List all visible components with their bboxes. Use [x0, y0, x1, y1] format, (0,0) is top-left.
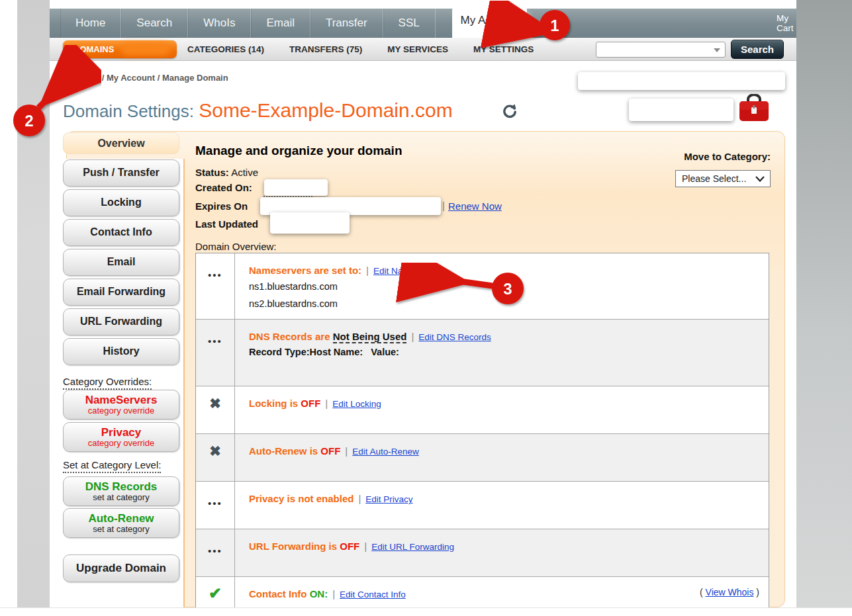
category-title: DNS Records: [85, 481, 158, 493]
category-overrides-label: Category Overrides:: [63, 376, 152, 387]
domains-label: DOMAINS: [73, 44, 114, 54]
row-content: URL Forwarding is OFF|Edit URL Forwardin…: [235, 529, 769, 576]
chevron-down-icon[interactable]: [714, 48, 720, 52]
edit-link-url-forwarding[interactable]: Edit URL Forwarding: [371, 542, 454, 552]
refresh-icon[interactable]: [501, 103, 518, 123]
subnav-items: CATEGORIES (14)TRANSFERS (75)MY SERVICES…: [187, 38, 534, 61]
tab-home[interactable]: Home: [60, 9, 121, 38]
row-title-segment: Contact Info: [249, 588, 310, 599]
separator: |: [328, 588, 340, 599]
view-whois-link[interactable]: View Whois: [706, 587, 754, 597]
dashed-underline: [263, 196, 312, 197]
edit-link-nameservers[interactable]: Edit NameServers: [373, 266, 446, 276]
sidebar-item-auto-renew-category[interactable]: Auto-Renewset at category: [63, 508, 179, 538]
row-title-segment: Privacy is not enabled: [249, 493, 354, 504]
tab-my-account[interactable]: My Account: [452, 5, 527, 38]
dots-icon: •••: [196, 320, 234, 347]
row-title: URL Forwarding is OFF|Edit URL Forwardin…: [249, 541, 769, 552]
sidebar-item-contact-info[interactable]: Contact Info: [63, 219, 179, 246]
overview-row-contact-info: ✔Contact Info ON:|Edit Contact Info( Vie…: [196, 576, 769, 612]
edit-link-privacy[interactable]: Edit Privacy: [365, 494, 412, 504]
row-title-segment: Locking is: [249, 398, 301, 409]
edit-link-locking[interactable]: Edit Locking: [332, 399, 381, 409]
sidebar-item-nameservers-override[interactable]: NameServerscategory override: [63, 390, 179, 419]
cross-icon: ✖: [196, 386, 234, 412]
sidebar-item-locking[interactable]: Locking: [63, 189, 179, 216]
redaction-blur: [501, 13, 529, 30]
view-whois: ( View Whois ): [700, 587, 759, 597]
tab-email[interactable]: Email: [251, 9, 310, 38]
row-content: Locking is OFF|Edit Locking: [235, 386, 769, 433]
edit-link-dns-records[interactable]: Edit DNS Records: [418, 332, 491, 342]
row-title-segment: URL Forwarding is: [249, 541, 340, 552]
window-bottom-margin: [0, 607, 852, 616]
tab-whois[interactable]: WhoIs: [188, 9, 251, 38]
domain-search-combo[interactable]: [596, 42, 726, 58]
page-title: Domain Settings: Some-Example-Domain.com: [63, 99, 453, 122]
sidebar-item-privacy-override[interactable]: Privacycategory override: [63, 422, 179, 452]
expires-on-label: Expires On: [195, 200, 248, 212]
status-row: Status: Active: [195, 167, 258, 178]
status-label: Status:: [195, 167, 229, 178]
window-right-margin: [796, 0, 852, 607]
subnav-item-my-settings[interactable]: MY SETTINGS: [473, 44, 534, 54]
tab-search[interactable]: Search: [121, 9, 188, 38]
subnav-item-my-services[interactable]: MY SERVICES: [387, 44, 448, 54]
overview-row-auto-renew: ✖Auto-Renew is OFF|Edit Auto-Renew: [196, 433, 769, 481]
category-select-value: Please Select...: [682, 173, 746, 184]
override-subtitle: category override: [88, 439, 154, 448]
redaction-box: [270, 212, 350, 234]
top-nav: HomeSearchWhoIsEmailTransferSSL My Cart: [50, 9, 796, 38]
row-title-segment: OFF: [301, 398, 320, 409]
renew-now-link[interactable]: Renew Now: [448, 200, 502, 212]
separator: |: [354, 493, 365, 504]
row-icon-cell: •••: [196, 320, 235, 386]
override-title: NameServers: [85, 394, 158, 406]
my-cart-label: My Cart: [777, 13, 798, 33]
sidebar-item-email-forwarding[interactable]: Email Forwarding: [63, 279, 179, 306]
row-title-segment: Auto-Renew is: [249, 445, 320, 457]
separator: |: [340, 445, 352, 457]
toolbox-icon[interactable]: [737, 94, 771, 126]
tab-transfer[interactable]: Transfer: [310, 9, 383, 38]
row-title-segment: OFF: [340, 541, 359, 552]
search-input[interactable]: [599, 43, 710, 56]
sidebar-item-push-transfer[interactable]: Push / Transfer: [63, 159, 179, 187]
row-icon-cell: ✖: [196, 434, 235, 481]
row-title-segment: Not Being Used: [333, 331, 407, 343]
search-button[interactable]: Search: [731, 40, 784, 59]
tab-ssl[interactable]: SSL: [383, 9, 436, 38]
row-content: Privacy is not enabled|Edit Privacy: [235, 482, 769, 529]
overview-row-locking: ✖Locking is OFF|Edit Locking: [196, 386, 769, 433]
sidebar-item-overview[interactable]: Overview: [63, 132, 179, 154]
subnav-item-transfers[interactable]: TRANSFERS (75): [289, 44, 362, 54]
redaction-blur: [121, 43, 170, 56]
set-at-category-label: Set at Category Level:: [63, 459, 161, 470]
sidebar-item-url-forwarding[interactable]: URL Forwarding: [63, 308, 179, 335]
edit-link-auto-renew[interactable]: Edit Auto-Renew: [352, 447, 419, 457]
row-content: Auto-Renew is OFF|Edit Auto-Renew: [235, 434, 769, 481]
row-title-segment: ON:: [310, 588, 328, 599]
row-title-segment: OFF: [320, 445, 340, 457]
domain-overview-label: Domain Overview:: [195, 241, 277, 252]
category-select[interactable]: Please Select...: [675, 170, 771, 187]
row-icon-cell: •••: [196, 482, 235, 529]
redaction-box: [578, 72, 785, 90]
move-to-category-label: Move to Category:: [622, 151, 771, 162]
sidebar-item-dns-records-category[interactable]: DNS Recordsset at category: [63, 476, 179, 506]
page-title-prefix: Domain Settings:: [63, 101, 199, 121]
row-title: Privacy is not enabled|Edit Privacy: [249, 493, 769, 504]
breadcrumb[interactable]: Home / My Account / Manage Domain: [63, 73, 228, 83]
chevron-down-icon: [755, 176, 765, 182]
subnav-item-categories[interactable]: CATEGORIES (14): [187, 44, 264, 54]
sidebar-item-history[interactable]: History: [63, 338, 179, 365]
subnav-item-domains[interactable]: DOMAINS: [63, 40, 177, 58]
row-detail-line: ns2.bluestardns.com: [249, 297, 769, 310]
sidebar-item-upgrade-domain[interactable]: Upgrade Domain: [63, 554, 179, 582]
sidebar-item-email[interactable]: Email: [63, 249, 179, 276]
top-nav-tabs: HomeSearchWhoIsEmailTransferSSL: [60, 9, 436, 38]
section-heading: Manage and organize your domain: [195, 144, 402, 158]
domain-name: Some-Example-Domain.com: [199, 99, 452, 121]
domain-manager-page: HomeSearchWhoIsEmailTransferSSL My Cart …: [0, 0, 852, 616]
edit-link-contact-info[interactable]: Edit Contact Info: [340, 590, 406, 599]
